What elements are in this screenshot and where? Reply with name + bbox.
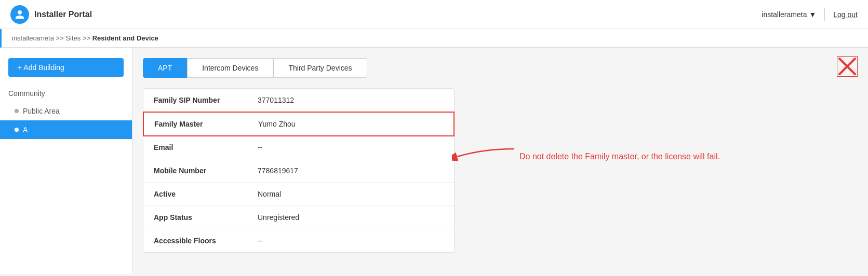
warning-message: Do not delete the Family master, or the …: [519, 152, 720, 161]
main-layout: + Add Building Community Public Area A A…: [0, 48, 868, 274]
add-building-button[interactable]: + Add Building: [8, 58, 124, 77]
warning-arrow-icon: [452, 144, 519, 170]
close-x-area: [837, 56, 858, 78]
value-accessible-floors: --: [258, 237, 262, 245]
app-title: Installer Portal: [34, 10, 92, 19]
row-family-sip: Family SIP Number 377011312: [143, 89, 454, 112]
label-mobile: Mobile Number: [154, 167, 258, 175]
label-family-master: Family Master: [154, 120, 258, 128]
breadcrumb-separator-1: >>: [56, 34, 66, 42]
breadcrumb-part-2: Sites: [65, 34, 81, 42]
tabs: APT Intercom Devices Third Party Devices: [143, 58, 858, 78]
row-family-master: Family Master Yumo Zhou: [143, 112, 455, 136]
breadcrumb-part-3: Resident and Device: [92, 34, 158, 42]
content-area: APT Intercom Devices Third Party Devices…: [132, 48, 868, 274]
label-email: Email: [154, 143, 258, 151]
value-email: --: [258, 143, 262, 151]
row-email: Email --: [143, 136, 454, 159]
header-divider: [824, 8, 825, 21]
avatar: [10, 5, 29, 24]
sidebar-item-label: Public Area: [23, 107, 60, 115]
sidebar-item-label-a: A: [23, 126, 28, 134]
sidebar-item-public-area[interactable]: Public Area: [0, 102, 132, 120]
row-app-status: App Status Unregistered: [143, 206, 454, 229]
warning-annotation: Do not delete the Family master, or the …: [452, 144, 720, 170]
label-app-status: App Status: [154, 213, 258, 222]
value-family-sip: 377011312: [258, 96, 294, 104]
breadcrumb-part-1: installerameta: [12, 34, 54, 42]
sidebar-dot-icon: [15, 109, 19, 113]
value-active: Normal: [258, 190, 281, 198]
value-mobile: 7786819617: [258, 167, 298, 175]
row-mobile: Mobile Number 7786819617: [143, 159, 454, 183]
value-app-status: Unregistered: [258, 213, 299, 222]
logout-button[interactable]: Log out: [833, 10, 858, 19]
info-table: Family SIP Number 377011312 Family Maste…: [143, 88, 455, 253]
header: Installer Portal installerameta ▼ Log ou…: [0, 0, 868, 29]
value-family-master: Yumo Zhou: [258, 120, 296, 128]
tab-apt[interactable]: APT: [143, 58, 187, 78]
sidebar-dot-active-icon: [15, 128, 19, 132]
tab-intercom-devices[interactable]: Intercom Devices: [187, 58, 273, 78]
sidebar-section-label: Community: [0, 85, 132, 102]
header-right: installerameta ▼ Log out: [762, 8, 858, 21]
sidebar-item-a[interactable]: A: [0, 120, 132, 139]
dropdown-arrow-icon: ▼: [809, 10, 816, 19]
tab-third-party-devices[interactable]: Third Party Devices: [273, 58, 367, 78]
label-accessible-floors: Accessible Floors: [154, 237, 258, 245]
row-active: Active Normal: [143, 183, 454, 206]
user-dropdown[interactable]: installerameta ▼: [762, 10, 816, 19]
header-left: Installer Portal: [10, 5, 92, 24]
sidebar: + Add Building Community Public Area A: [0, 48, 132, 274]
row-accessible-floors: Accessible Floors --: [143, 229, 454, 252]
breadcrumb: installerameta >> Sites >> Resident and …: [12, 34, 158, 42]
label-family-sip: Family SIP Number: [154, 96, 258, 104]
breadcrumb-bar: installerameta >> Sites >> Resident and …: [0, 29, 868, 48]
close-x-icon[interactable]: [837, 56, 858, 77]
breadcrumb-separator-2: >>: [83, 34, 92, 42]
label-active: Active: [154, 190, 258, 198]
username-label: installerameta: [762, 10, 807, 19]
